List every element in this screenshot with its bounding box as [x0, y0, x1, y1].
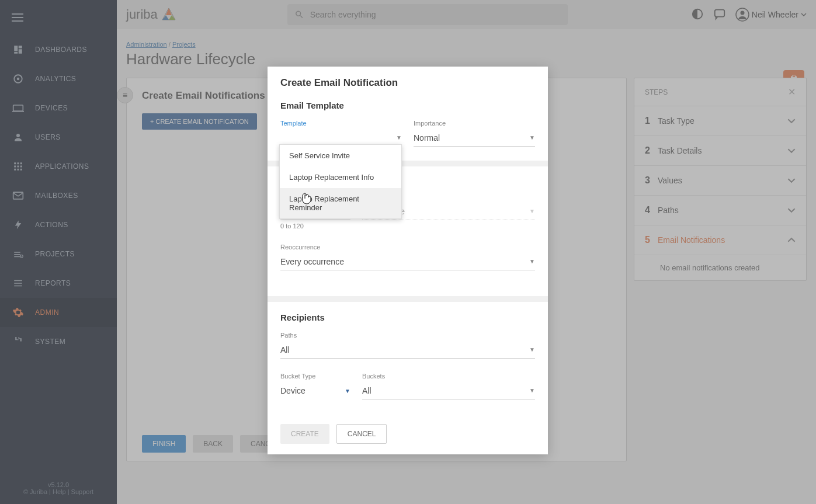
dropdown-arrow-icon: ▼ — [345, 388, 350, 394]
template-dropdown-menu: Self Service Invite Laptop Replacement I… — [279, 144, 402, 219]
section-recipients: Recipients — [268, 312, 548, 332]
section-email-template: Email Template — [268, 100, 548, 120]
dropdown-arrow-icon: ▼ — [529, 208, 535, 214]
dropdown-arrow-icon: ▼ — [396, 134, 402, 141]
days-helper: 0 to 120 — [280, 223, 350, 230]
buckets-label: Buckets — [362, 373, 535, 380]
buckets-dropdown[interactable]: All ▼ — [362, 382, 535, 399]
importance-dropdown[interactable]: Normal ▼ — [414, 129, 535, 147]
dropdown-arrow-icon: ▼ — [529, 134, 535, 141]
dropdown-arrow-icon: ▼ — [529, 346, 535, 353]
bucket-type-label: Bucket Type — [280, 373, 350, 380]
dropdown-option[interactable]: Laptop Replacement Reminder — [280, 188, 401, 218]
reoccurrence-label: Reoccurrence — [280, 244, 535, 251]
importance-label: Importance — [414, 120, 535, 127]
reoccurrence-dropdown[interactable]: Every occurrence ▼ — [280, 253, 535, 270]
template-label: Template — [280, 120, 402, 127]
create-email-modal: Create Email Notification Email Template… — [268, 67, 548, 454]
dropdown-option[interactable]: Laptop Replacement Info — [280, 166, 401, 188]
dropdown-arrow-icon: ▼ — [529, 387, 535, 394]
dropdown-option[interactable]: Self Service Invite — [280, 145, 401, 166]
modal-cancel-button[interactable]: CANCEL — [336, 424, 387, 444]
paths-dropdown[interactable]: All ▼ — [280, 341, 535, 359]
dropdown-arrow-icon: ▼ — [529, 258, 535, 265]
bucket-type-dropdown[interactable]: Device ▼ — [280, 382, 350, 399]
paths-label: Paths — [280, 332, 535, 339]
modal-title: Create Email Notification — [268, 67, 548, 100]
modal-create-button[interactable]: CREATE — [280, 424, 329, 444]
